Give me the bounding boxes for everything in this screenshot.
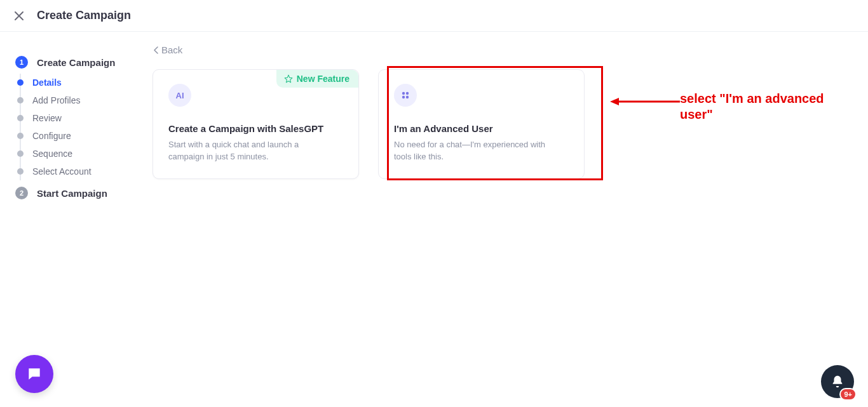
- step-group-1: 1 Create Campaign Details Add Profiles R…: [15, 56, 146, 180]
- chat-button[interactable]: [15, 355, 53, 393]
- chat-icon: [26, 366, 43, 382]
- ai-icon: AI: [168, 84, 191, 107]
- svg-point-1: [406, 92, 409, 95]
- card-description: No need for a chat—I'm experienced with …: [394, 139, 559, 163]
- step-start-campaign[interactable]: 2 Start Campaign: [15, 187, 146, 199]
- substep-configure[interactable]: Configure: [17, 127, 146, 145]
- card-description: Start with a quick chat and launch a cam…: [168, 139, 334, 163]
- substep-label: Sequence: [32, 149, 72, 159]
- substep-dot-icon: [17, 168, 24, 175]
- ai-icon-label: AI: [176, 91, 184, 100]
- substep-dot-icon: [17, 115, 24, 121]
- substep-label: Details: [32, 77, 62, 88]
- substep-select-account[interactable]: Select Account: [17, 163, 146, 180]
- substep-label: Configure: [32, 131, 71, 141]
- badge-label: New Feature: [297, 74, 349, 84]
- back-link[interactable]: Back: [154, 44, 182, 55]
- grid-icon: [394, 84, 417, 107]
- option-cards: New Feature AI Create a Campaign with Sa…: [153, 69, 855, 179]
- substep-add-profiles[interactable]: Add Profiles: [17, 91, 146, 109]
- substep-label: Review: [32, 113, 62, 123]
- substeps-list: Details Add Profiles Review Configure Se…: [20, 74, 146, 180]
- page-title: Create Campaign: [37, 9, 131, 22]
- substep-dot-icon: [17, 150, 24, 157]
- svg-point-2: [402, 96, 405, 98]
- substep-dot-icon: [17, 133, 24, 139]
- step-number-badge: 1: [15, 56, 28, 69]
- star-icon: [284, 74, 293, 83]
- back-label: Back: [161, 44, 182, 55]
- card-advanced-user[interactable]: I'm an Advanced User No need for a chat—…: [378, 69, 585, 179]
- step-label: Start Campaign: [37, 188, 107, 199]
- close-icon[interactable]: [14, 11, 24, 21]
- content-area: 1 Create Campaign Details Add Profiles R…: [0, 32, 868, 204]
- top-bar: Create Campaign: [0, 0, 868, 32]
- substep-label: Add Profiles: [32, 95, 80, 105]
- new-feature-badge: New Feature: [276, 70, 358, 88]
- step-create-campaign[interactable]: 1 Create Campaign: [15, 56, 146, 69]
- substep-dot-icon: [17, 97, 24, 103]
- substep-sequence[interactable]: Sequence: [17, 145, 146, 163]
- notification-count-badge: 9+: [839, 388, 857, 401]
- step-group-2: 2 Start Campaign: [15, 187, 146, 199]
- substep-dot-icon: [17, 79, 24, 86]
- substep-review[interactable]: Review: [17, 109, 146, 127]
- svg-point-0: [402, 92, 405, 95]
- card-salesgpt[interactable]: New Feature AI Create a Campaign with Sa…: [153, 69, 359, 179]
- step-number-badge: 2: [15, 187, 28, 199]
- svg-point-3: [406, 96, 409, 98]
- stepper-sidebar: 1 Create Campaign Details Add Profiles R…: [0, 44, 153, 204]
- card-title: I'm an Advanced User: [394, 123, 569, 134]
- notifications-button[interactable]: 9+: [821, 365, 854, 398]
- step-label: Create Campaign: [37, 57, 115, 68]
- bell-icon: [831, 375, 844, 389]
- card-title: Create a Campaign with SalesGPT: [168, 123, 343, 134]
- substep-label: Select Account: [32, 166, 92, 177]
- substep-details[interactable]: Details: [17, 74, 146, 91]
- chevron-left-icon: [154, 46, 159, 54]
- main-panel: Back New Feature AI Create a Campaign wi…: [153, 44, 868, 204]
